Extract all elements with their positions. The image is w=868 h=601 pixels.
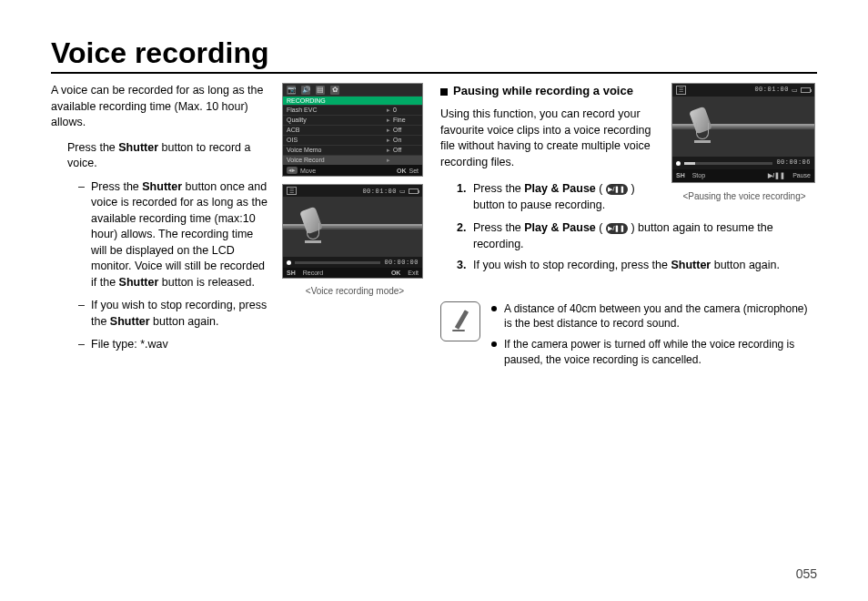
elapsed-time: 00:01:00 [362,188,397,195]
rec-footer: SH Stop ▶/❚❚ Pause [672,169,814,182]
card-icon: ▭ [792,86,798,95]
foot-label: Record [303,270,324,276]
right-screenshot-block: ☰ 00:01:00 ▭ [671,83,817,220]
note-list: A distance of 40cm between you and the c… [490,301,817,373]
menu-label: ACB [287,127,384,134]
heading-text: Pausing while recording a voice [453,84,633,97]
bold: Play & Pause [524,182,596,195]
text: ( [596,182,606,195]
menu-body: RECORDING Flash EVC▸0 Quality▸Fine ACB▸O… [283,97,422,165]
menu-value: 0 [393,107,419,114]
menu-tab-bar: 📷 🔊 ▤ ✿ [283,84,422,97]
note-box: A distance of 40cm between you and the c… [440,301,817,373]
foot-label: Stop [692,171,705,180]
menu-row: Quality▸Fine [283,115,422,125]
menu-value: Off [393,127,419,134]
text: ( [596,221,606,234]
foot-key: SH [287,270,296,276]
list-item: If you wish to stop recording, press the… [78,298,269,330]
foot-key: OK [391,270,401,276]
note-item: A distance of 40cm between you and the c… [490,301,817,332]
screenshot-caption: <Voice recording mode> [282,286,428,296]
shutter-word: Shutter [118,141,158,154]
microphone-icon [299,209,336,245]
play-pause-icon: ▶/❚❚ [606,223,628,234]
display-icon: ▤ [316,86,325,95]
bold: Shutter [110,315,150,328]
right-column: Pausing while recording a voice Using th… [440,83,817,373]
chevron-right-icon: ▸ [387,137,390,144]
chevron-right-icon: ▸ [387,147,390,154]
text: button is released. [158,276,255,289]
text: Press the [473,182,524,195]
foot-label: Set [409,168,419,174]
nav-arrows-icon: ◂▸ [287,167,298,174]
menu-row: OIS▸On [283,135,422,145]
rec-progress-bar: 00:00:06 [672,157,814,169]
rec-graphic [672,97,814,157]
chevron-right-icon: ▸ [387,107,390,114]
record-dot-icon [287,260,291,265]
step-item: 3. If you wish to stop recording, press … [457,258,817,274]
text: If you wish to stop recording, press the [473,259,671,271]
sound-icon: 🔊 [301,86,310,95]
elapsed-time: 00:01:00 [754,86,789,95]
text: Press the [67,141,118,154]
bold: Shutter [142,180,182,193]
microphone-icon [689,108,725,145]
foot-label: Move [300,168,316,174]
rec-graphic [283,197,422,257]
menu-value: Fine [393,117,419,124]
menu-row: ACB▸Off [283,125,422,135]
menu-header: RECORDING [283,97,422,105]
text: button again. [150,315,219,328]
menu-value [393,157,419,164]
voice-mode-icon: ☰ [676,86,686,95]
ordered-steps-cont: 2. Press the Play & Pause ( ▶/❚❚ ) butto… [457,220,817,274]
voice-mode-icon: ☰ [287,187,297,195]
menu-row: Flash EVC▸0 [283,105,422,115]
camera-icon: 📷 [287,86,296,95]
record-dot-icon [676,161,681,166]
recording-screenshot: ☰ 00:01:00 ▭ 00:00:00 SH Record OK Exi [282,184,423,279]
rec-top-bar: ☰ 00:01:00 ▭ [283,185,422,197]
step-number: 1. [457,181,466,198]
step-item: 2. Press the Play & Pause ( ▶/❚❚ ) butto… [457,220,817,252]
battery-icon [409,188,419,194]
list-item: Press the Shutter button once and voice … [78,179,269,291]
text: button again. [711,259,780,271]
pausing-screenshot: ☰ 00:01:00 ▭ [671,83,815,183]
page-title: Voice recording [51,36,817,74]
menu-label: Voice Record [287,157,384,164]
mid-column: 📷 🔊 ▤ ✿ RECORDING Flash EVC▸0 Quality▸Fi… [282,83,428,373]
chevron-right-icon: ▸ [387,127,390,134]
chevron-right-icon: ▸ [387,117,390,124]
note-icon [440,301,480,341]
list-item: File type: *.wav [78,337,269,353]
text: button once and voice is recorded for as… [91,180,267,289]
page-number: 055 [796,566,817,581]
menu-value: On [393,137,419,144]
rec-top-bar: ☰ 00:01:00 ▭ [672,84,814,97]
bold: Shutter [671,259,711,271]
counter-time: 00:00:06 [776,158,811,168]
square-bullet-icon [440,88,448,96]
press-shutter-line: Press the Shutter button to record a voi… [67,140,269,172]
chevron-right-icon: ▸ [387,157,390,164]
section-heading: Pausing while recording a voice [440,83,662,99]
content-columns: A voice can be recorded for as long as t… [51,83,817,373]
menu-value: Off [393,147,419,154]
pencil-icon [450,310,470,333]
section-para: Using this function, you can record your… [440,107,662,170]
rec-footer: SH Record OK Exit [283,268,422,278]
menu-screenshot: 📷 🔊 ▤ ✿ RECORDING Flash EVC▸0 Quality▸Fi… [282,83,423,177]
text: File type: *.wav [91,338,168,351]
step-number: 2. [457,220,466,237]
right-top-row: Pausing while recording a voice Using th… [440,83,817,220]
menu-row-selected: Voice Record▸ [283,155,422,165]
menu-label: Flash EVC [287,107,384,114]
menu-label: Voice Memo [287,147,384,154]
battery-icon [801,87,811,93]
bold: Play & Pause [524,221,596,234]
note-item: If the camera power is turned off while … [490,337,817,368]
